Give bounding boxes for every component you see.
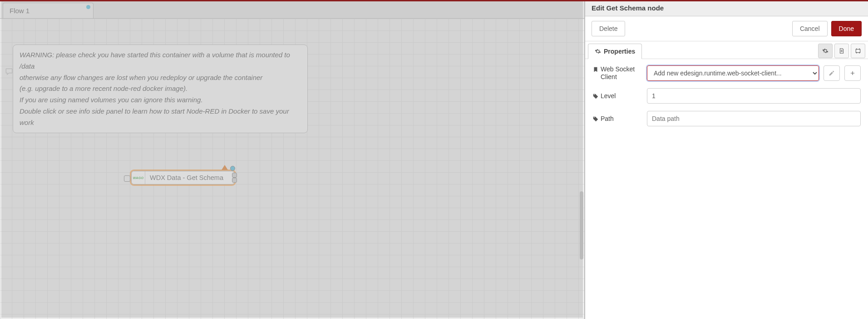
bookmark-icon — [592, 66, 599, 73]
node-warning-triangle-icon — [222, 165, 228, 170]
path-label: Path — [592, 115, 642, 123]
edit-panel-title: Edit Get Schema node — [585, 0, 868, 16]
flow-tabs-bar: Flow 1 — [0, 1, 584, 19]
field-web-socket-client: Web Socket Client Add new edesign.runtim… — [592, 65, 861, 81]
node-changed-dot-icon — [230, 166, 235, 171]
svg-rect-0 — [856, 50, 860, 53]
node-label: WDX Data - Get Schema — [145, 174, 228, 181]
comment-line: otherwise any flow changes are lost when… — [20, 72, 301, 84]
node-brand-icon: WAGO — [132, 171, 145, 184]
top-accent-bar — [0, 0, 868, 1]
tag-icon — [592, 116, 599, 122]
canvas-scrollbar[interactable] — [580, 191, 583, 259]
tab-label: Flow 1 — [10, 7, 30, 15]
workspace-canvas-area: Flow 1 WARNING: please check you have st… — [0, 0, 585, 319]
gear-icon — [822, 48, 829, 54]
gear-icon — [595, 48, 601, 55]
cancel-button[interactable]: Cancel — [792, 21, 828, 36]
plus-icon — [849, 70, 856, 76]
edit-subtabs-row: Properties — [585, 41, 868, 59]
delete-button[interactable]: Delete — [592, 21, 625, 36]
tab-properties-label: Properties — [604, 48, 635, 55]
ws-client-label: Web Socket Client — [592, 65, 642, 81]
level-input[interactable] — [647, 88, 861, 104]
node-output-port-1[interactable] — [232, 173, 237, 178]
edit-panel: Edit Get Schema node Delete Cancel Done … — [585, 0, 868, 319]
pencil-icon — [829, 70, 835, 76]
level-label: Level — [592, 92, 642, 100]
comment-line: Double click or see info side panel to l… — [20, 106, 301, 129]
layout-icon — [855, 48, 861, 54]
field-level: Level — [592, 88, 861, 104]
document-icon — [838, 48, 845, 54]
tab-flow-1[interactable]: Flow 1 — [3, 3, 94, 18]
comment-line: If you are using named volumes you can i… — [20, 95, 301, 106]
node-output-port-2[interactable] — [232, 178, 237, 183]
node-settings-button[interactable] — [818, 44, 833, 58]
canvas[interactable]: WARNING: please check you have started t… — [0, 19, 584, 319]
comment-line: (e.g. upgrade to a more recent node-red … — [20, 83, 301, 95]
ws-client-add-button[interactable] — [844, 65, 861, 81]
field-path: Path — [592, 111, 861, 126]
ws-client-edit-button[interactable] — [824, 65, 840, 81]
node-input-port[interactable] — [124, 175, 130, 182]
node-description-button[interactable] — [834, 44, 849, 58]
tag-icon — [592, 93, 599, 100]
done-button[interactable]: Done — [831, 21, 862, 36]
tab-unsaved-dot-icon — [86, 5, 90, 9]
path-input[interactable] — [647, 111, 861, 126]
ws-client-select[interactable]: Add new edesign.runtime.web-socket-clien… — [647, 65, 819, 81]
node-appearance-button[interactable] — [851, 44, 865, 58]
edit-panel-toolbar: Delete Cancel Done — [585, 16, 868, 41]
tab-properties[interactable]: Properties — [588, 44, 642, 59]
wdx-get-schema-node[interactable]: WAGO WDX Data - Get Schema — [131, 171, 235, 184]
comment-line: WARNING: please check you have started t… — [20, 50, 301, 72]
properties-form: Web Socket Client Add new edesign.runtim… — [585, 59, 868, 133]
comment-node[interactable]: WARNING: please check you have started t… — [13, 45, 308, 133]
